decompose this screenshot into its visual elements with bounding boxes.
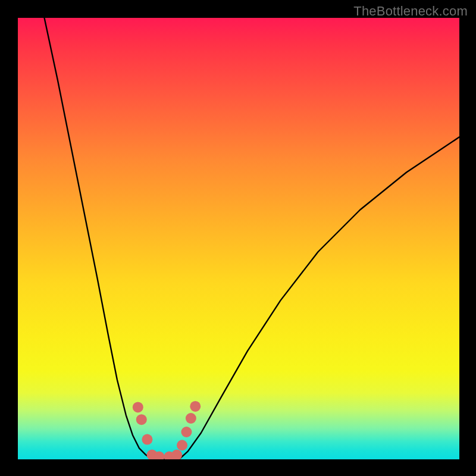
highlight-dot (171, 450, 182, 459)
highlight-dot (136, 414, 147, 425)
highlight-dot (133, 402, 143, 412)
highlight-dot (181, 427, 192, 437)
chart-frame: TheBottleneck.com (0, 0, 476, 476)
line-series-group (45, 18, 459, 459)
series-left-curve (45, 18, 153, 459)
highlight-dot (190, 401, 201, 412)
chart-svg (18, 18, 459, 459)
highlight-dot (186, 413, 196, 424)
highlight-dot (177, 440, 187, 450)
watermark-text: TheBottleneck.com (353, 4, 468, 19)
highlight-dot (142, 434, 152, 445)
plot-area (18, 18, 459, 459)
series-right-curve (179, 137, 459, 459)
marker-group (133, 401, 201, 459)
